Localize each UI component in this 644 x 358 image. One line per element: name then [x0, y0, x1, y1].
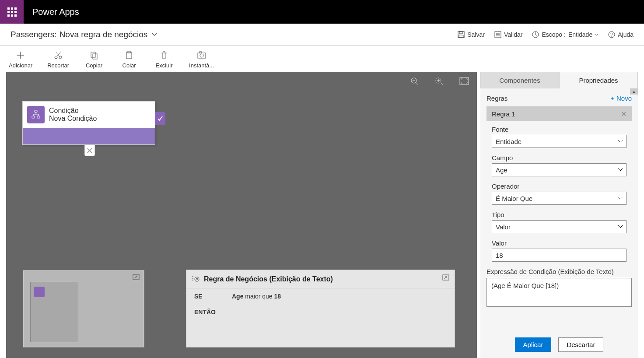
scope-dropdown[interactable]: Escopo : Entidade [532, 31, 598, 38]
camera-icon [197, 51, 206, 60]
zoom-in-icon[interactable] [435, 77, 444, 86]
top-actions: Salvar Validar Escopo : Entidade Ajuda [458, 31, 634, 38]
tab-properties[interactable]: Propriedades [559, 72, 638, 88]
chevron-down-icon[interactable] [152, 32, 157, 38]
svg-point-24 [196, 278, 198, 280]
app-launcher-button[interactable] [0, 0, 24, 24]
add-label: Adicionar [9, 62, 32, 69]
condition-card[interactable]: Condição Nova Condição [23, 102, 155, 144]
tipo-label: Tipo [492, 211, 626, 218]
titlebar: Power Apps [0, 0, 644, 24]
svg-rect-19 [35, 110, 37, 112]
main: Condição Nova Condição [0, 72, 644, 358]
help-label: Ajuda [618, 31, 634, 38]
text-rule-card: Regra de Negócios (Exibição de Texto) SE… [186, 270, 455, 347]
tab-components[interactable]: Componentes [480, 72, 559, 88]
svg-point-14 [200, 54, 203, 57]
copy-label: Copiar [86, 62, 102, 69]
operador-label: Operador [492, 183, 626, 190]
campo-label: Campo [492, 154, 626, 161]
validate-label: Validar [504, 31, 523, 38]
condition-icon [27, 106, 45, 123]
svg-point-6 [611, 36, 612, 36]
breadcrumb-row: Passengers: Nova regra de negócios Salva… [0, 24, 644, 46]
delete-rule-icon[interactable]: ✕ [621, 110, 626, 118]
breadcrumb[interactable]: Passengers: Nova regra de negócios [10, 30, 157, 39]
add-button[interactable]: Adicionar [9, 51, 32, 69]
discard-button[interactable]: Descartar [558, 337, 603, 352]
svg-point-5 [609, 32, 615, 38]
condition-subtitle: Nova Condição [49, 115, 97, 123]
svg-rect-2 [459, 35, 463, 38]
svg-rect-1 [459, 32, 462, 34]
condition-title: Condição [49, 107, 97, 115]
condition-true-handle[interactable] [155, 112, 165, 125]
paste-button[interactable]: Colar [119, 51, 139, 69]
scope-label: Escopo : [542, 31, 565, 38]
valor-input[interactable] [492, 249, 626, 262]
if-condition: Age maior que 18 [232, 293, 447, 300]
svg-rect-9 [91, 52, 95, 57]
campo-select[interactable]: Age [492, 163, 626, 176]
canvas[interactable]: Condição Nova Condição [6, 72, 477, 358]
operador-select[interactable]: É Maior Que [492, 192, 626, 205]
copy-icon [90, 51, 98, 60]
svg-rect-15 [200, 52, 202, 53]
minimap-condition-icon [34, 287, 45, 297]
font-select[interactable]: Entidade [492, 135, 626, 148]
fit-screen-icon[interactable] [459, 77, 469, 85]
rule-header-label: Regra 1 [492, 110, 515, 118]
copy-button[interactable]: Copiar [84, 51, 104, 69]
save-button[interactable]: Salvar [458, 31, 485, 38]
breadcrumb-entity: Passengers: [10, 30, 57, 39]
snapshot-button[interactable]: Instantâ... [189, 51, 214, 69]
minimap-expand-icon[interactable] [133, 274, 140, 282]
chevron-down-icon [594, 33, 598, 36]
scope-value: Entidade [568, 31, 592, 38]
scroll-up-button[interactable]: ▲ [630, 88, 638, 95]
clipboard-icon [125, 51, 133, 60]
gear-list-icon [192, 275, 200, 283]
svg-point-23 [195, 277, 199, 281]
validate-button[interactable]: Validar [494, 31, 523, 38]
snapshot-label: Instantâ... [189, 62, 214, 69]
minimap[interactable] [23, 270, 144, 347]
help-button[interactable]: Ajuda [608, 31, 634, 38]
svg-rect-18 [460, 77, 469, 84]
expression-box: (Age É Maior Que [18]) [486, 278, 632, 307]
save-label: Salvar [467, 31, 485, 38]
delete-label: Excluir [156, 62, 173, 69]
apply-button[interactable]: Aplicar [515, 337, 552, 352]
expression-label: Expressão de Condição (Exibição de Texto… [486, 268, 632, 275]
delete-button[interactable]: Excluir [154, 51, 174, 69]
zoom-out-icon[interactable] [410, 77, 419, 86]
cut-label: Recortar [47, 62, 69, 69]
rules-label: Regras [486, 95, 508, 102]
text-rule-expand-icon[interactable] [442, 274, 449, 282]
breadcrumb-rule-name: Nova regra de negócios [60, 30, 148, 39]
paste-label: Colar [122, 62, 136, 69]
condition-false-handle[interactable] [84, 145, 95, 156]
valor-label: Valor [492, 239, 626, 247]
plus-icon [16, 51, 25, 60]
cut-button[interactable]: Recortar [47, 51, 69, 69]
scissors-icon [54, 51, 63, 60]
rule-header[interactable]: Regra 1 ✕ [486, 106, 632, 121]
properties-panel: Componentes Propriedades ▲ Regras + Novo… [480, 72, 638, 358]
svg-rect-10 [93, 54, 97, 59]
checklist-icon [494, 31, 501, 38]
app-title: Power Apps [32, 7, 79, 17]
canvas-tools [410, 77, 469, 86]
font-label: Fonte [492, 126, 626, 133]
svg-rect-20 [32, 116, 35, 118]
tipo-select[interactable]: Valor [492, 220, 626, 233]
text-rule-title: Regra de Negócios (Exibição de Texto) [204, 275, 333, 283]
save-icon [458, 31, 465, 38]
svg-rect-21 [37, 116, 40, 118]
scope-icon [532, 31, 539, 38]
condition-drop-zone[interactable] [23, 128, 155, 144]
minimap-viewport[interactable] [30, 282, 78, 342]
toolbar: Adicionar Recortar Copiar Colar Excluir … [0, 46, 644, 72]
trash-icon [160, 51, 168, 60]
new-rule-link[interactable]: + Novo [611, 95, 632, 102]
